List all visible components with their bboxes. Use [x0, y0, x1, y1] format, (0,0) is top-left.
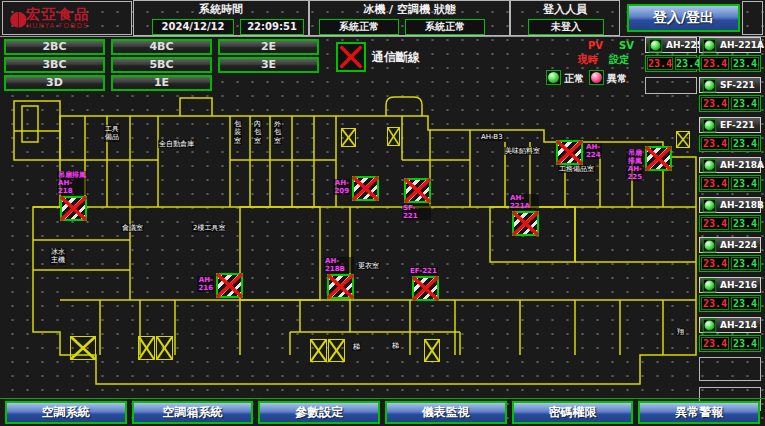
comm-loss-unit-icon — [327, 274, 354, 299]
comm-loss-unit-icon — [512, 211, 539, 236]
unit-status-led-icon — [649, 38, 663, 52]
led-glyph — [705, 280, 715, 290]
comm-loss-unit-icon — [404, 178, 431, 203]
offline-unit-SF-221[interactable]: SF-221 — [404, 178, 431, 203]
unit-button-AH-218A[interactable]: AH-218A — [699, 157, 761, 173]
comm-loss-unit-icon — [556, 140, 583, 165]
unit-sv-value: 23.4 — [731, 257, 759, 270]
unit-status-led-icon — [703, 38, 717, 52]
unit-group-SF-221: SF-22123.423.4 — [699, 77, 765, 112]
unit-group-EF-221: EF-22123.423.4 — [699, 117, 765, 152]
unit-pv-value: 23.4 — [701, 297, 729, 310]
unit-pv-value: 23.4 — [701, 257, 729, 270]
unit-sv-value: 23.4 — [731, 217, 759, 230]
offline-unit-label: 吊扇排風 AH-225 — [626, 149, 643, 181]
unit-button-AH-214[interactable]: AH-214 — [699, 317, 761, 333]
offline-unit-AH-218[interactable]: 吊扇排風 AH-218 — [60, 196, 87, 221]
unit-values-AH-216: 23.423.4 — [699, 295, 761, 312]
unit-sv-value: 23.4 — [675, 57, 701, 70]
offline-unit-AH-216[interactable]: AH-216 — [216, 273, 243, 298]
sidebar-unit-list: AH-221A23.423.4SF-22123.423.4EF-22123.42… — [699, 37, 765, 417]
unit-button-EF-221[interactable]: EF-221 — [699, 117, 761, 133]
unit-name-label: EF-221 — [720, 120, 755, 130]
comm-loss-unit-icon — [216, 273, 243, 298]
unit-sv-value: 23.4 — [731, 57, 759, 70]
unit-status-led-icon — [703, 278, 717, 292]
unit-values-AH-218A: 23.423.4 — [699, 175, 761, 192]
comm-loss-unit-icon — [352, 176, 379, 201]
offline-unit-label: AH-221A — [509, 194, 539, 210]
unit-status-led-icon — [703, 118, 717, 132]
unit-sv-value: 23.4 — [731, 97, 759, 110]
offline-unit-AH-218B[interactable]: AH-218B — [327, 274, 354, 299]
offline-unit-label: SF-221 — [402, 204, 431, 220]
led-glyph — [705, 120, 715, 130]
unit-button-AH-216[interactable]: AH-216 — [699, 277, 761, 293]
offline-unit-AH-225[interactable]: 吊扇排風 AH-225 — [645, 146, 672, 171]
unit-pv-value: 23.4 — [701, 57, 729, 70]
unit-values-AH-224: 23.423.4 — [699, 255, 761, 272]
unit-button-AH-218B[interactable]: AH-218B — [699, 197, 761, 213]
unit-name-label: AH-216 — [720, 280, 757, 290]
sidebar-empty-slot — [645, 77, 697, 94]
unit-sv-value: 23.4 — [731, 137, 759, 150]
unit-button-SF-221[interactable]: SF-221 — [699, 77, 761, 93]
offline-unit-AH-224[interactable]: AH-224 — [556, 140, 583, 165]
unit-status-led-icon — [703, 238, 717, 252]
unit-button-AH-224[interactable]: AH-224 — [699, 237, 761, 253]
unit-name-label: AH-218B — [720, 200, 764, 210]
offline-unit-label: AH-218B — [324, 257, 354, 273]
unit-name-label: AH-225 — [666, 40, 703, 50]
led-glyph — [705, 240, 715, 250]
unit-group-AH-224: AH-22423.423.4 — [699, 237, 765, 272]
unit-name-label: AH-214 — [720, 320, 757, 330]
offline-unit-label: AH-224 — [585, 143, 602, 159]
unit-sv-value: 23.4 — [731, 337, 759, 350]
unit-group-AH-218B: AH-218B23.423.4 — [699, 197, 765, 232]
offline-unit-AH-209[interactable]: AH-209 — [352, 176, 379, 201]
unit-values-AH-225: 23.423.4 — [645, 55, 697, 72]
sidebar-featured-unit: AH-22523.423.4 — [645, 37, 699, 94]
unit-values-AH-218B: 23.423.4 — [699, 215, 761, 232]
unit-name-label: AH-221A — [720, 40, 764, 50]
led-glyph — [705, 40, 715, 50]
nav-button-空調系統[interactable]: 空調系統 — [5, 401, 127, 424]
offline-unit-label: EF-221 — [409, 267, 438, 275]
led-glyph — [651, 40, 661, 50]
unit-values-EF-221: 23.423.4 — [699, 135, 761, 152]
unit-button-AH-221A[interactable]: AH-221A — [699, 37, 761, 53]
led-glyph — [705, 160, 715, 170]
nav-button-參數設定[interactable]: 參數設定 — [258, 401, 380, 424]
unit-name-label: AH-224 — [720, 240, 757, 250]
nav-button-密碼權限[interactable]: 密碼權限 — [512, 401, 634, 424]
comm-loss-unit-icon — [645, 146, 672, 171]
offline-unit-AH-221A[interactable]: AH-221A — [512, 211, 539, 236]
unit-status-led-icon — [703, 198, 717, 212]
hmi-screen: ◖◗ 宏亞食品 HUNYA FOODS 系統時間 2024/12/12 22:0… — [0, 0, 765, 426]
unit-pv-value: 23.4 — [701, 217, 729, 230]
sidebar-empty-slot — [699, 357, 761, 381]
unit-pv-value: 23.4 — [701, 337, 729, 350]
nav-button-儀表監視[interactable]: 儀表監視 — [385, 401, 507, 424]
unit-group-AH-225: AH-22523.423.4 — [645, 37, 699, 72]
unit-group-AH-216: AH-21623.423.4 — [699, 277, 765, 312]
unit-values-AH-214: 23.423.4 — [699, 335, 761, 352]
nav-button-異常警報[interactable]: 異常警報 — [638, 401, 760, 424]
unit-pv-value: 23.4 — [701, 177, 729, 190]
unit-status-led-icon — [703, 158, 717, 172]
offline-unit-label: AH-209 — [333, 179, 350, 195]
nav-button-空調箱系統[interactable]: 空調箱系統 — [132, 401, 254, 424]
unit-group-AH-221A: AH-221A23.423.4 — [699, 37, 765, 72]
unit-pv-value: 23.4 — [647, 57, 673, 70]
comm-loss-unit-icon — [412, 276, 439, 301]
unit-values-SF-221: 23.423.4 — [699, 95, 761, 112]
unit-status-led-icon — [703, 78, 717, 92]
unit-button-AH-225[interactable]: AH-225 — [645, 37, 697, 53]
unit-pv-value: 23.4 — [701, 137, 729, 150]
unit-sv-value: 23.4 — [731, 297, 759, 310]
led-glyph — [705, 320, 715, 330]
led-glyph — [705, 80, 715, 90]
offline-unit-label: AH-216 — [197, 276, 214, 292]
comm-loss-unit-icon — [60, 196, 87, 221]
offline-unit-EF-221[interactable]: EF-221 — [412, 276, 439, 301]
